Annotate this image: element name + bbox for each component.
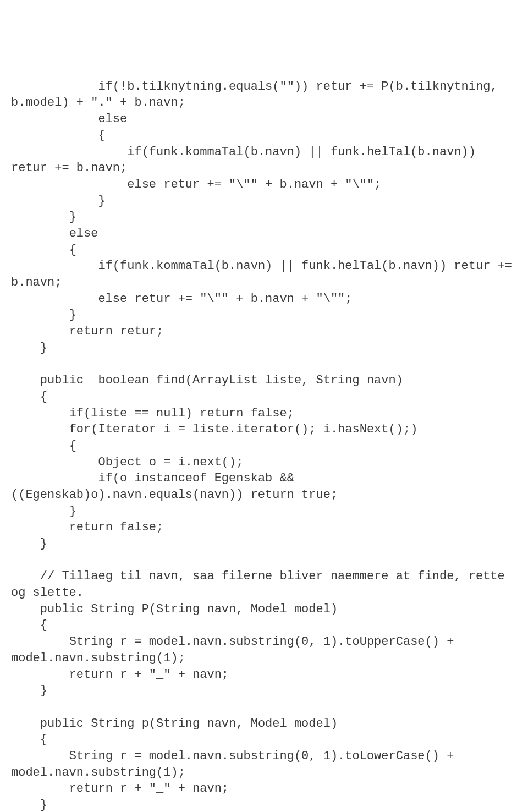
code-block: if(!b.tilknytning.equals("")) retur += P…	[11, 79, 517, 812]
